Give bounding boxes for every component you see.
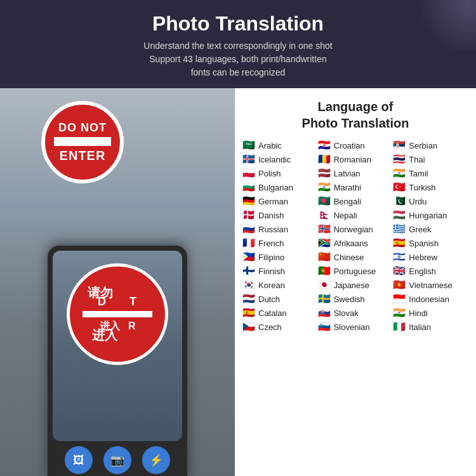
street-background: DO NOT ENTER D T 进入 R [0, 88, 235, 476]
camera-button[interactable]: 📷 [103, 446, 131, 474]
flag-icon: 🇸🇦 [242, 140, 255, 150]
list-item: 🇰🇷Korean [242, 279, 318, 291]
header-subtitle: Understand the text correspondingly in o… [13, 39, 463, 79]
list-item: 🇬🇷Greek [393, 223, 468, 235]
list-item: 🇸🇪Swedish [318, 293, 393, 305]
language-section-title: Language of Photo Translation [242, 98, 468, 131]
list-item: 🇮🇩Indonesian [393, 293, 468, 305]
flag-icon: 🇪🇸 [393, 238, 406, 248]
lang-name: Latvian [334, 169, 360, 178]
lang-name: English [409, 267, 436, 276]
header-section: Photo Translation Understand the text co… [0, 0, 476, 88]
flag-icon: 🇩🇪 [242, 196, 255, 206]
flag-icon: 🇮🇩 [393, 294, 406, 304]
list-item: 🇿🇦Afrikaans [318, 237, 393, 249]
lang-name: Greek [409, 225, 431, 234]
lang-name: Polish [258, 169, 281, 178]
lang-name: French [258, 239, 284, 248]
list-item: 🇸🇦Arabic [242, 139, 318, 152]
lang-name: Indonesian [409, 294, 449, 304]
list-item: 🇭🇷Croatian [318, 139, 393, 152]
lang-title-line2: Photo Translation [302, 116, 409, 130]
phone-screen: D T 进入 R 请勿 进入 [53, 251, 182, 441]
phone-chinese-text-top: 请勿 [88, 284, 113, 301]
lang-name: Dutch [258, 294, 280, 304]
lang-name: Japanese [334, 281, 369, 290]
lang-name: Italian [409, 322, 431, 332]
flag-icon: 🇵🇱 [242, 168, 255, 178]
list-item: 🇫🇮Finnish [242, 265, 318, 277]
flag-icon: 🇪🇸 [242, 308, 255, 318]
list-item: 🇧🇩Bengali [318, 195, 393, 208]
flag-icon: 🇮🇹 [393, 322, 406, 332]
flag-icon: 🇵🇭 [242, 252, 255, 262]
flag-icon: 🇷🇺 [242, 224, 255, 234]
flag-icon: 🇹🇭 [393, 154, 406, 164]
phone-sign-bar [83, 311, 152, 317]
flash-button[interactable]: ⚡ [142, 446, 170, 474]
subtitle-line3: fonts can be recognized [191, 67, 286, 77]
list-item: 🇮🇱Hebrew [393, 251, 468, 263]
flag-icon: 🇷🇴 [318, 154, 331, 164]
lang-name: Thai [409, 155, 425, 164]
list-item: 🇹🇷Turkish [393, 181, 468, 194]
lang-name: Vietnamese [409, 281, 452, 290]
flag-icon: 🇭🇷 [318, 140, 331, 150]
lang-name: Hebrew [409, 253, 437, 262]
flag-icon: 🇮🇳 [393, 308, 406, 318]
lang-name: Romanian [334, 155, 371, 164]
flag-icon: 🇷🇸 [393, 140, 406, 150]
language-column-3: 🇷🇸Serbian🇹🇭Thai🇮🇳Tamil🇹🇷Turkish🇵🇰Urdu🇭🇺H… [393, 139, 468, 333]
flag-icon: 🇵🇰 [393, 196, 406, 206]
list-item: 🇸🇮Slovenian [318, 321, 393, 333]
language-section: Language of Photo Translation 🇸🇦Arabic🇮🇸… [235, 88, 476, 476]
flag-icon: 🇫🇷 [242, 238, 255, 248]
flag-icon: 🇫🇮 [242, 266, 255, 276]
sign-horizontal-bar [54, 137, 111, 146]
flag-icon: 🇸🇰 [318, 308, 331, 318]
flag-icon: 🇳🇱 [242, 294, 255, 304]
flag-icon: 🇮🇱 [393, 252, 406, 262]
lang-name: Danish [258, 211, 284, 220]
phone-chinese-text-bottom: 进入 [92, 327, 117, 344]
flag-icon: 🇻🇳 [393, 280, 406, 290]
lang-name: Spanish [409, 239, 439, 248]
flag-icon: 🇿🇦 [318, 238, 331, 248]
flag-icon: 🇳🇴 [318, 224, 331, 234]
photo-section: DO NOT ENTER D T 进入 R [0, 88, 235, 476]
flag-icon: 🇮🇳 [318, 182, 331, 192]
lang-name: Slovak [334, 308, 359, 318]
lang-name: Chinese [334, 253, 364, 262]
lang-name: Bulgarian [258, 183, 293, 192]
list-item: 🇩🇰Danish [242, 209, 318, 221]
flag-icon: 🇮🇸 [242, 154, 255, 164]
lang-name: Finnish [258, 267, 285, 276]
phone-sign-container: D T 进入 R 请勿 进入 [59, 263, 176, 365]
phone-screen-background: D T 进入 R 请勿 进入 [53, 251, 182, 441]
list-item: 🇬🇧English [393, 265, 468, 277]
language-column-2: 🇭🇷Croatian🇷🇴Romanian🇱🇻Latvian🇮🇳Marathi🇧🇩… [318, 139, 393, 333]
sign-circle: DO NOT ENTER [41, 101, 124, 183]
flag-icon: 🇮🇳 [393, 168, 406, 178]
flag-icon: 🇸🇮 [318, 322, 331, 332]
lang-name: Hindi [409, 308, 428, 318]
flag-icon: 🇬🇷 [393, 224, 406, 234]
lang-name: Nepali [334, 211, 357, 220]
lang-name: Slovenian [334, 322, 370, 332]
lang-name: Tamil [409, 169, 428, 178]
list-item: 🇳🇱Dutch [242, 293, 318, 305]
list-item: 🇷🇴Romanian [318, 153, 393, 166]
lang-name: Serbian [409, 141, 437, 150]
flag-icon: 🇬🇧 [393, 266, 406, 276]
flag-icon: 🇳🇵 [318, 210, 331, 220]
lang-name: Korean [258, 281, 285, 290]
flag-icon: 🇨🇿 [242, 322, 255, 332]
list-item: 🇵🇹Portuguese [318, 265, 393, 277]
lang-name: Catalan [258, 308, 287, 318]
lang-name: Arabic [258, 141, 282, 150]
list-item: 🇵🇱Polish [242, 167, 318, 180]
list-item: 🇫🇷French [242, 237, 318, 249]
list-item: 🇨🇿Czech [242, 321, 318, 333]
gallery-button[interactable]: 🖼 [65, 446, 93, 474]
lang-name: Swedish [334, 294, 365, 304]
